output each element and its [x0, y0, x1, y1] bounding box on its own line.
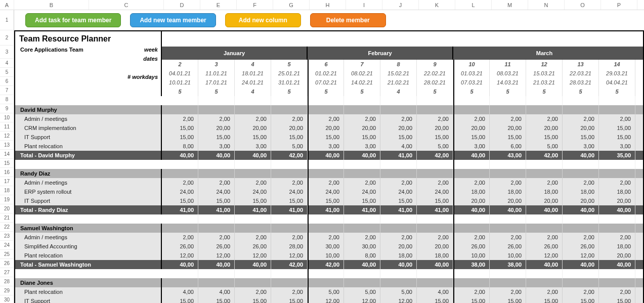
member-2-name-wk9[interactable]: [490, 224, 526, 233]
member-1-total-wk10[interactable]: 40,00: [526, 205, 563, 214]
row-header-4[interactable]: 4: [0, 59, 14, 68]
member-2-task-0-wk7[interactable]: 2,00: [417, 233, 453, 242]
member-2-total-label[interactable]: Total - Samuel Washington: [15, 260, 162, 269]
member-0-task-3-wk9[interactable]: 6,00: [490, 142, 526, 151]
member-1-task-0-wk0[interactable]: 2,00: [162, 178, 198, 187]
week-start-8[interactable]: 01.03.21: [453, 69, 490, 78]
blank-after-2-wk12[interactable]: [599, 214, 635, 224]
row-header-6[interactable]: 6: [0, 77, 14, 86]
row-header-12[interactable]: 12: [0, 132, 14, 141]
member-2-total-wk10[interactable]: 40,00: [526, 260, 563, 269]
member-2-task-1-wk8[interactable]: 26,00: [453, 242, 490, 251]
member-2-total-wk5[interactable]: 40,00: [344, 260, 380, 269]
member-0-task-1-wk11[interactable]: 20,00: [563, 123, 599, 133]
col-header-K[interactable]: K: [419, 0, 455, 10]
member-1-name-wk4[interactable]: [308, 169, 344, 178]
member-1-task-0-wk1[interactable]: 2,00: [198, 178, 235, 187]
blank-after-3-wk4[interactable]: [308, 269, 344, 278]
member-3-task-1-wk0[interactable]: 15,00: [162, 296, 198, 303]
blank-after-1-wk3[interactable]: [271, 160, 308, 169]
row-header-9[interactable]: 9: [0, 104, 14, 113]
week-end-8[interactable]: 07.03.21: [453, 78, 490, 87]
member-2-name-wk12[interactable]: [599, 224, 635, 233]
row-header-8[interactable]: 8: [0, 95, 14, 104]
member-3-task-1-wk6[interactable]: 12,00: [380, 296, 417, 303]
member-2-task-1-wk5[interactable]: 30,00: [344, 242, 380, 251]
week-start-3[interactable]: 25.01.21: [271, 69, 308, 78]
col-header-C[interactable]: C: [89, 0, 164, 10]
member-3-task-1-wk2[interactable]: 15,00: [235, 296, 271, 303]
workdays-5[interactable]: 5: [344, 87, 380, 96]
member-1-task-2-wk6[interactable]: 15,00: [380, 196, 417, 205]
week-end-0[interactable]: 10.01.21: [162, 78, 198, 87]
member-2-task-1-wk3[interactable]: 28,00: [271, 242, 308, 251]
member-3-task-1-wk1[interactable]: 15,00: [198, 296, 235, 303]
member-0-task-0-wk3[interactable]: 2,00: [271, 114, 308, 123]
row-header-11[interactable]: 11: [0, 122, 14, 132]
member-0-task-0-wk1[interactable]: 2,00: [198, 114, 235, 123]
row-header-3[interactable]: 3: [0, 46, 14, 59]
member-1-task-1-wk9[interactable]: 18,00: [490, 187, 526, 196]
workdays-4[interactable]: 5: [308, 87, 344, 96]
member-0-task-2-wk1[interactable]: 15,00: [198, 133, 235, 142]
member-0-task-0-wk2[interactable]: 2,00: [235, 114, 271, 123]
member-3-name-wk4[interactable]: [308, 278, 344, 287]
member-0-task-0-wk9[interactable]: 2,00: [490, 114, 526, 123]
blank-after-1-wk9[interactable]: [490, 160, 526, 169]
week-end-3[interactable]: 31.01.21: [271, 78, 308, 87]
blank-row-8-wk8[interactable]: [453, 96, 490, 105]
week-num-4[interactable]: 6: [308, 60, 344, 69]
workdays-8[interactable]: 5: [453, 87, 490, 96]
workdays-1[interactable]: 5: [198, 87, 235, 96]
member-0-task-1-wk12[interactable]: 15,00: [599, 123, 635, 133]
blank-after-1-wk11[interactable]: [563, 160, 599, 169]
col-header-J[interactable]: J: [382, 0, 419, 10]
member-3-task-0-wk0[interactable]: 4,00: [162, 287, 198, 296]
workdays-10[interactable]: 5: [526, 87, 563, 96]
col-header-G[interactable]: G: [273, 0, 310, 10]
member-2-task-0-wk6[interactable]: 2,00: [380, 233, 417, 242]
member-1-task-1-wk4[interactable]: 24,00: [308, 187, 344, 196]
blank-after-1-wk1[interactable]: [198, 160, 235, 169]
member-1-name-wk3[interactable]: [271, 169, 308, 178]
member-1-total-wk2[interactable]: 41,00: [235, 205, 271, 214]
member-1-total-wk9[interactable]: 40,00: [490, 205, 526, 214]
member-2-task-1-wk9[interactable]: 26,00: [490, 242, 526, 251]
member-2-name-wk5[interactable]: [344, 224, 380, 233]
add-task-button[interactable]: Add task for team member: [25, 13, 121, 27]
member-2-name-wk8[interactable]: [453, 224, 490, 233]
col-header-A[interactable]: A: [0, 0, 14, 10]
blank-after-2-wk3[interactable]: [271, 214, 308, 224]
blank-after-2-wk2[interactable]: [235, 214, 271, 224]
member-2-task-0-wk2[interactable]: 2,00: [235, 233, 271, 242]
member-1-task-2-wk12[interactable]: 20,00: [599, 196, 635, 205]
member-0-total-wk10[interactable]: 42,00: [526, 151, 563, 160]
member-0-task-0-wk5[interactable]: 2,00: [344, 114, 380, 123]
member-0-task-1-wk5[interactable]: 20,00: [344, 123, 380, 133]
blank-after-3-wk12[interactable]: [599, 269, 635, 278]
member-3-name-label[interactable]: Diane Jones: [15, 278, 162, 287]
member-0-task-2-wk12[interactable]: 15,00: [599, 133, 635, 142]
blank-after-2-wk6[interactable]: [380, 214, 417, 224]
member-0-task-0-wk10[interactable]: 2,00: [526, 114, 563, 123]
blank-after-1-wk7[interactable]: [417, 160, 453, 169]
week-end-11[interactable]: 28.03.21: [563, 78, 599, 87]
member-1-task-2-wk1[interactable]: 15,00: [198, 196, 235, 205]
blank-after-3-wk6[interactable]: [380, 269, 417, 278]
member-0-task-2-wk11[interactable]: 15,00: [563, 133, 599, 142]
blank-after-2-wk1[interactable]: [198, 214, 235, 224]
col-header-I[interactable]: I: [346, 0, 382, 10]
member-2-task-1-label[interactable]: Simplified Accounting: [15, 242, 162, 251]
blank-row-8-wk7[interactable]: [417, 96, 453, 105]
member-2-task-2-wk11[interactable]: 12,00: [563, 251, 599, 260]
member-2-task-0-wk12[interactable]: 2,00: [599, 233, 635, 242]
member-3-task-0-wk7[interactable]: 4,00: [417, 287, 453, 296]
member-2-total-wk8[interactable]: 38,00: [453, 260, 490, 269]
member-1-task-1-wk5[interactable]: 24,00: [344, 187, 380, 196]
member-3-task-0-wk12[interactable]: 2,00: [599, 287, 635, 296]
member-1-task-0-wk3[interactable]: 2,00: [271, 178, 308, 187]
member-3-task-1-wk9[interactable]: 15,00: [490, 296, 526, 303]
member-1-total-wk0[interactable]: 41,00: [162, 205, 198, 214]
member-0-task-1-wk8[interactable]: 20,00: [453, 123, 490, 133]
member-0-total-wk6[interactable]: 41,00: [380, 151, 417, 160]
